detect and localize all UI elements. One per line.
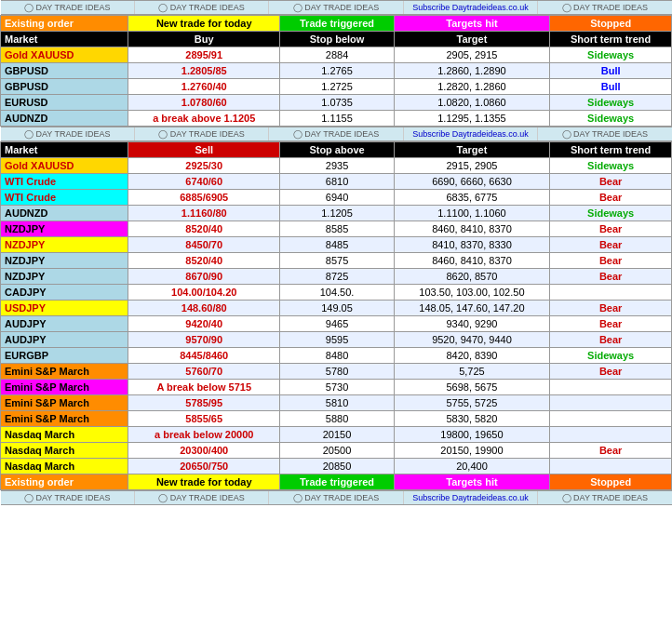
buy-row-gbpusd-1: GBPUSD 1.2805/85 1.2765 1.2860, 1.2890 B… — [1, 63, 672, 79]
sell-value: 5760/70 — [128, 364, 280, 380]
sell-row-audjpy-2: AUDJPY 9570/90 9595 9520, 9470, 9440 Bea… — [1, 332, 672, 348]
existing-order-footer: Existing order — [1, 474, 128, 490]
market-name: Nasdaq March — [1, 459, 128, 474]
market-name: WTI Crude — [1, 174, 128, 190]
watermark-cell-11: ◯ DAY TRADE IDEAS — [269, 491, 403, 504]
trend-value: Bear — [550, 221, 672, 237]
market-name: Emini S&P March — [1, 364, 128, 380]
sell-value: 148.60/80 — [128, 301, 280, 316]
buy-row-gbpusd-2: GBPUSD 1.2760/40 1.2725 1.2820, 1.2860 B… — [1, 79, 672, 95]
stop-value: 9595 — [280, 332, 394, 348]
market-name: AUDJPY — [1, 332, 128, 348]
buy-value: 1.2805/85 — [128, 63, 280, 79]
watermark-cell-8: ◯ DAY TRADE IDEAS — [538, 127, 671, 140]
sell-value: 9420/40 — [128, 316, 280, 332]
stop-value: 149.05 — [280, 301, 394, 316]
trend-value: Sideways — [550, 47, 672, 63]
sell-row-nzdjpy-4: NZDJPY 8670/90 8725 8620, 8570 Bear — [1, 269, 672, 285]
sell-value: 2925/30 — [128, 158, 280, 174]
stopabove-col-header: Stop above — [280, 142, 394, 158]
trend-value: Bear — [550, 443, 672, 459]
sell-row-emini-1: Emini S&P March 5760/70 5780 5,725 Bear — [1, 364, 672, 380]
target-col-header-sell: Target — [394, 142, 550, 158]
market-name: AUDJPY — [1, 316, 128, 332]
target-value: 2905, 2915 — [394, 47, 550, 63]
trend-value: Bear — [550, 316, 672, 332]
target-value: 8410, 8370, 8330 — [394, 237, 550, 253]
sell-row-emini-3: Emini S&P March 5785/95 5810 5755, 5725 — [1, 395, 672, 411]
trend-value: Sideways — [550, 111, 672, 127]
watermark-cell-1: ◯ DAY TRADE IDEAS — [1, 1, 135, 14]
market-name: GBPUSD — [1, 79, 128, 95]
trend-value: Bear — [550, 301, 672, 316]
watermark-link-3[interactable]: Subscribe Daytradeideas.co.uk — [404, 491, 538, 504]
stop-value: 5780 — [280, 364, 394, 380]
target-value: 6835, 6775 — [394, 190, 550, 206]
sell-row-cadjpy: CADJPY 104.00/104.20 104.50. 103.50, 103… — [1, 285, 672, 301]
sell-row-nasdaq-3: Nasdaq March 20650/750 20850 20,400 — [1, 459, 672, 474]
trend-value: Bear — [550, 237, 672, 253]
stop-value: 6810 — [280, 174, 394, 190]
sell-row-nasdaq-2: Nasdaq March 20300/400 20500 20150, 1990… — [1, 443, 672, 459]
watermark-row-mid: ◯ DAY TRADE IDEAS ◯ DAY TRADE IDEAS ◯ DA… — [1, 127, 672, 142]
targets-header: Targets hit — [394, 16, 550, 32]
stop-value: 104.50. — [280, 285, 394, 301]
trend-value: Sideways — [550, 158, 672, 174]
target-value: 1.1100, 1.1060 — [394, 206, 550, 221]
target-value: 6690, 6660, 6630 — [394, 174, 550, 190]
trend-value: Bull — [550, 63, 672, 79]
sell-value: 8445/8460 — [128, 348, 280, 364]
watermark-cell-7: ◯ DAY TRADE IDEAS — [269, 127, 403, 140]
buy-row-eurusd: EURUSD 1.0780/60 1.0735 1.0820, 1.0860 S… — [1, 95, 672, 111]
watermark-cell-2: ◯ DAY TRADE IDEAS — [135, 1, 269, 14]
stop-value: 20500 — [280, 443, 394, 459]
target-col-header: Target — [394, 32, 550, 47]
shortterm-col-header-sell: Short term trend — [550, 142, 672, 158]
market-name: AUDNZD — [1, 206, 128, 221]
market-name: NZDJPY — [1, 221, 128, 237]
newtrade-footer: New trade for today — [128, 474, 280, 490]
target-value: 20150, 19900 — [394, 443, 550, 459]
sell-row-nasdaq-1: Nasdaq March a break below 20000 20150 1… — [1, 427, 672, 443]
buy-col-header: Buy — [128, 32, 280, 47]
sell-row-emini-2: Emini S&P March A break below 5715 5730 … — [1, 380, 672, 395]
target-value: 8460, 8410, 8370 — [394, 221, 550, 237]
target-value: 2915, 2905 — [394, 158, 550, 174]
sell-value: 5855/65 — [128, 411, 280, 427]
sell-value: 6740/60 — [128, 174, 280, 190]
watermark-link-2[interactable]: Subscribe Daytradeideas.co.uk — [404, 127, 538, 140]
sell-value: 8450/70 — [128, 237, 280, 253]
sell-row-wti-2: WTI Crude 6885/6905 6940 6835, 6775 Bear — [1, 190, 672, 206]
target-value: 20,400 — [394, 459, 550, 474]
stop-value: 1.2725 — [280, 79, 394, 95]
stopped-header: Stopped — [550, 16, 672, 32]
target-value: 1.0820, 1.0860 — [394, 95, 550, 111]
watermark-row-bottom: ◯ DAY TRADE IDEAS ◯ DAY TRADE IDEAS ◯ DA… — [1, 490, 672, 506]
stop-value: 5880 — [280, 411, 394, 427]
stop-value: 5810 — [280, 395, 394, 411]
buy-value: 1.0780/60 — [128, 95, 280, 111]
watermark-cell-10: ◯ DAY TRADE IDEAS — [135, 491, 269, 504]
stop-value: 1.1155 — [280, 111, 394, 127]
market-name: Gold XAUUSD — [1, 47, 128, 63]
status-header-row: Existing order New trade for today Trade… — [1, 16, 672, 32]
market-name: Emini S&P March — [1, 380, 128, 395]
market-name: USDJPY — [1, 301, 128, 316]
target-value: 5,725 — [394, 364, 550, 380]
buy-value: a break above 1.1205 — [128, 111, 280, 127]
sell-value: a break below 20000 — [128, 427, 280, 443]
trend-value: Bear — [550, 332, 672, 348]
target-value: 5698, 5675 — [394, 380, 550, 395]
target-value: 5755, 5725 — [394, 395, 550, 411]
watermark-link-1[interactable]: Subscribe Daytradeideas.co.uk — [404, 1, 538, 14]
trend-value: Bear — [550, 269, 672, 285]
trend-value: Bear — [550, 190, 672, 206]
stop-value: 2935 — [280, 158, 394, 174]
trend-value: Sideways — [550, 206, 672, 221]
buy-column-headers: Market Buy Stop below Target Short term … — [1, 32, 672, 47]
target-value: 103.50, 103.00, 102.50 — [394, 285, 550, 301]
market-name: Nasdaq March — [1, 443, 128, 459]
stop-value: 1.1205 — [280, 206, 394, 221]
sell-row-nzdjpy-3: NZDJPY 8520/40 8575 8460, 8410, 8370 Bea… — [1, 253, 672, 269]
sell-row-eurgbp: EURGBP 8445/8460 8480 8420, 8390 Sideway… — [1, 348, 672, 364]
